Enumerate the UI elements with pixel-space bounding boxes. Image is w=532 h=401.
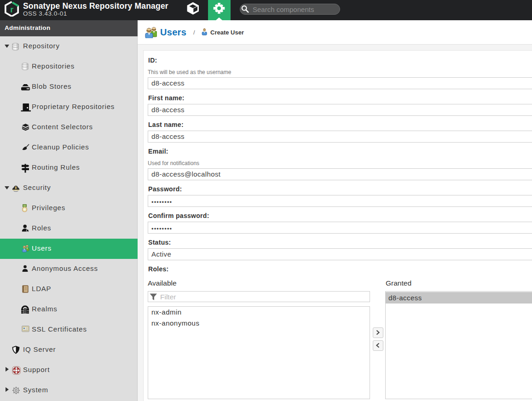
svg-text:r: r	[10, 5, 13, 14]
